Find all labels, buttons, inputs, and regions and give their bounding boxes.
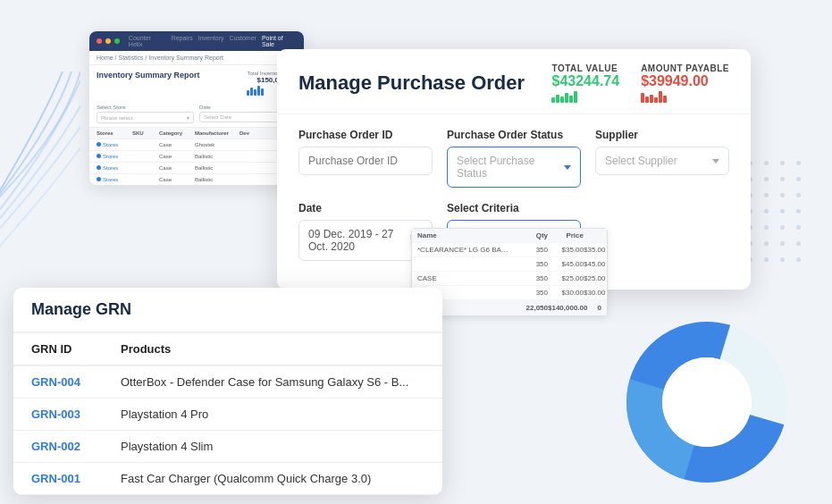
supplier-group: Supplier Select Supplier (595, 129, 729, 188)
purchase-status-placeholder: Select Purchase Status (457, 155, 564, 180)
price-total-2: $45.00 (584, 260, 601, 268)
price-total-qty: 22,050 (512, 304, 548, 312)
nav-dot-green (114, 38, 120, 44)
inv-table-header: Stores SKU Category Manufacturer Dev (89, 127, 304, 139)
price-row-1: *CLEARANCE* LG G6 BALLISTIC CASE 350 $35… (412, 243, 607, 257)
grn-product-4: OtterBox - Defender Case for Samsung Gal… (121, 375, 424, 389)
inv-td-store: Stores (97, 142, 132, 147)
criteria-label: Select Criteria (447, 202, 581, 214)
grn-col-id: GRN ID (31, 342, 121, 356)
grn-header: Manage GRN (13, 288, 442, 333)
purchase-status-arrow (564, 165, 571, 170)
price-total-4: $30.00 (584, 289, 601, 297)
price-price-4: $30.00 (548, 289, 584, 297)
grn-table-header: GRN ID Products (13, 333, 442, 366)
purchase-id-input[interactable] (298, 147, 433, 175)
price-price-2: $45.00 (548, 260, 584, 268)
pie-chart (626, 322, 787, 486)
grn-product-2: Playstation 4 Slim (121, 440, 424, 453)
inv-td-manufacturer: Ballistic (195, 177, 240, 182)
inv-th-stores: Stores (97, 130, 132, 136)
price-total-1: $35.00 (584, 246, 601, 254)
purchase-status-group: Purchase Order Status Select Purchase St… (447, 129, 581, 188)
price-table-header: Name Qty Price (412, 229, 607, 243)
grn-id-4[interactable]: GRN-004 (31, 375, 121, 389)
grn-title: Manage GRN (31, 300, 424, 319)
total-value-bar (551, 91, 619, 103)
nav-items: Counter Helix Repairs Inventory Customer… (129, 35, 297, 47)
inv-th-sku: SKU (132, 130, 159, 136)
inventory-report-card: Counter Helix Repairs Inventory Customer… (89, 31, 304, 185)
total-value-label: TOTAL VALUE (551, 63, 619, 73)
grn-row-3: GRN-003 Playstation 4 Pro (13, 399, 442, 431)
price-qty-2: 350 (512, 260, 548, 268)
supplier-arrow (712, 159, 719, 164)
purchase-metrics: TOTAL VALUE $43244.74 AMOUNT PAYABLE $39… (551, 63, 729, 103)
purchase-id-group: Purchase Order ID (298, 129, 433, 188)
nav-dot-yellow (105, 38, 111, 44)
inv-td-store: Stores (97, 177, 132, 182)
amount-payable-metric: AMOUNT PAYABLE $39949.00 (641, 63, 729, 103)
grn-id-3[interactable]: GRN-003 (31, 407, 121, 421)
svg-point-3 (662, 357, 752, 447)
inv-td-manufacturer: Ballistic (195, 154, 240, 159)
grn-row-4: GRN-004 OtterBox - Defender Case for Sam… (13, 366, 442, 399)
inv-store-select[interactable]: Please select ▾ (97, 112, 194, 123)
nav-pos: Point of Sale (262, 35, 297, 47)
amount-payable-value: $39949.00 (641, 73, 729, 89)
inv-td-category: Case (159, 165, 195, 171)
price-total-amount: 0 (584, 304, 601, 312)
grn-row-2: GRN-002 Playstation 4 Slim (13, 431, 442, 463)
inv-td-store: Stores (97, 154, 132, 159)
nav-counter-helix: Counter Helix (129, 35, 166, 47)
supplier-select[interactable]: Select Supplier (595, 147, 729, 175)
inv-th-category: Category (159, 130, 195, 136)
purchase-status-select[interactable]: Select Purchase Status (447, 147, 581, 188)
inv-breadcrumb: Home / Statistics / Inventory Summary Re… (89, 51, 304, 65)
purchase-header: Manage Purchase Order TOTAL VALUE $43244… (277, 49, 751, 114)
inv-td-category: Case (159, 142, 195, 147)
inv-td-category: Case (159, 177, 195, 182)
grn-row-1: GRN-001 Fast Car Charger (Qualcomm Quick… (13, 463, 442, 495)
inv-td-category: Case (159, 154, 195, 159)
inv-td-manufacturer: Ghostek (195, 142, 240, 147)
empty-group (595, 202, 729, 261)
total-value-metric: TOTAL VALUE $43244.74 (551, 63, 619, 103)
price-name-1: *CLEARANCE* LG G6 BALLISTIC CASE (417, 246, 512, 254)
price-th-qty: Qty (512, 231, 548, 239)
price-qty-3: 350 (512, 274, 548, 282)
inv-td-store: Stores (97, 165, 132, 171)
inventory-nav: Counter Helix Repairs Inventory Customer… (89, 31, 304, 51)
price-qty-4: 350 (512, 289, 548, 297)
supplier-label: Supplier (595, 129, 729, 141)
grn-id-1[interactable]: GRN-001 (31, 472, 121, 485)
grn-card: Manage GRN GRN ID Products GRN-004 Otter… (13, 288, 442, 495)
grn-id-2[interactable]: GRN-002 (31, 440, 121, 453)
inv-td-manufacturer: Ballistic (195, 165, 240, 171)
price-price-3: $25.00 (548, 274, 584, 282)
inv-th-dev: Dev (240, 130, 266, 136)
nav-customer: Customer (230, 35, 256, 47)
date-value: 09 Dec. 2019 - 27 Oct. 2020 (308, 228, 409, 253)
purchase-status-label: Purchase Order Status (447, 129, 581, 141)
purchase-id-label: Purchase Order ID (298, 129, 433, 141)
supplier-placeholder: Select Supplier (605, 155, 677, 167)
price-row-3: CASE 350 $25.00 $25.00 (412, 272, 607, 286)
date-label: Date (298, 202, 433, 214)
amount-payable-label: AMOUNT PAYABLE (641, 63, 729, 73)
nav-repairs: Repairs (172, 35, 193, 47)
inv-store-filter: Select Store Please select ▾ (97, 105, 194, 123)
table-row: Stores Case Ballistic (89, 173, 304, 185)
price-row-2: 350 $45.00 $45.00 (412, 257, 607, 272)
price-qty-1: 350 (512, 246, 548, 254)
form-row-1: Purchase Order ID Purchase Order Status … (298, 129, 729, 188)
price-total-3: $25.00 (584, 274, 601, 282)
price-th-price: Price (548, 231, 584, 239)
inv-date-placeholder: Select Date (204, 114, 231, 120)
table-row: Stores Case Ballistic (89, 162, 304, 173)
grn-col-products: Products (121, 342, 424, 356)
price-th-name: Name (417, 231, 512, 239)
inv-th-manufacturer: Manufacturer (195, 130, 240, 136)
inv-store-arrow: ▾ (187, 114, 189, 121)
amount-payable-bar (641, 91, 729, 103)
